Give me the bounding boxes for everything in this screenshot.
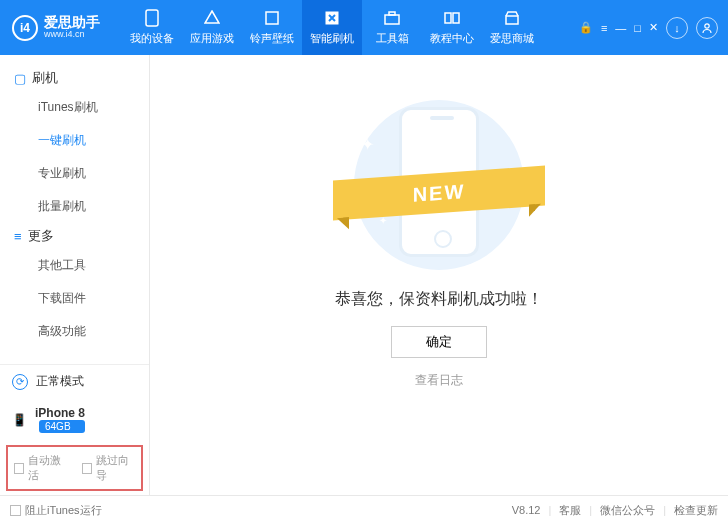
sidebar: ▢刷机 iTunes刷机 一键刷机 专业刷机 批量刷机 ≡更多 其他工具 下载固…: [0, 55, 150, 495]
auto-activate-checkbox[interactable]: 自动激活: [14, 453, 68, 483]
nav-apps[interactable]: 应用游戏: [182, 0, 242, 55]
logo-icon: i4: [12, 15, 38, 41]
brand-name: 爱思助手: [44, 15, 100, 30]
storage-badge: 64GB: [39, 420, 85, 433]
refresh-icon: ⟳: [12, 374, 28, 390]
sidebar-item-advanced[interactable]: 高级功能: [4, 315, 149, 348]
download-icon[interactable]: ↓: [666, 17, 688, 39]
sidebar-group-flash: ▢刷机: [0, 65, 149, 91]
music-icon: [263, 9, 281, 27]
sidebar-item-pro-flash[interactable]: 专业刷机: [4, 157, 149, 190]
lock-icon[interactable]: 🔒: [579, 21, 593, 34]
block-itunes-checkbox[interactable]: 阻止iTunes运行: [10, 503, 102, 518]
svg-rect-3: [385, 15, 399, 24]
version-label: V8.12: [512, 504, 541, 516]
svg-rect-4: [389, 12, 395, 15]
main-panel: ✦ ✦ ✦ NEW 恭喜您，保资料刷机成功啦！ 确定 查看日志: [150, 55, 728, 495]
maximize-button[interactable]: □: [634, 22, 641, 34]
book-icon: [443, 9, 461, 27]
user-icon[interactable]: [696, 17, 718, 39]
check-update-link[interactable]: 检查更新: [674, 503, 718, 518]
more-icon: ≡: [14, 229, 22, 244]
sparkle-icon: ✦: [509, 129, 519, 143]
svg-rect-0: [146, 10, 158, 26]
flash-icon: [323, 9, 341, 27]
nav-store[interactable]: 爱思商城: [482, 0, 542, 55]
sidebar-item-other-tools[interactable]: 其他工具: [4, 249, 149, 282]
apps-icon: [203, 9, 221, 27]
status-bar: 阻止iTunes运行 V8.12| 客服| 微信公众号| 检查更新: [0, 495, 728, 524]
device-icon: ▢: [14, 71, 26, 86]
sidebar-group-more: ≡更多: [0, 223, 149, 249]
top-nav: 我的设备 应用游戏 铃声壁纸 智能刷机 工具箱 教程中心 爱思商城: [122, 0, 542, 55]
toolbox-icon: [383, 9, 401, 27]
minimize-button[interactable]: —: [615, 22, 626, 34]
nav-ringtones[interactable]: 铃声壁纸: [242, 0, 302, 55]
nav-tutorials[interactable]: 教程中心: [422, 0, 482, 55]
success-illustration: ✦ ✦ ✦ NEW: [339, 95, 539, 275]
nav-flash[interactable]: 智能刷机: [302, 0, 362, 55]
device-mode[interactable]: ⟳ 正常模式: [0, 365, 149, 398]
wechat-link[interactable]: 微信公众号: [600, 503, 655, 518]
svg-rect-5: [506, 16, 518, 24]
sidebar-item-batch-flash[interactable]: 批量刷机: [4, 190, 149, 223]
store-icon: [503, 9, 521, 27]
nav-toolbox[interactable]: 工具箱: [362, 0, 422, 55]
brand-url: www.i4.cn: [44, 30, 100, 40]
ok-button[interactable]: 确定: [391, 326, 487, 358]
view-log-link[interactable]: 查看日志: [415, 372, 463, 389]
svg-rect-1: [266, 12, 278, 24]
sidebar-item-oneclick-flash[interactable]: 一键刷机: [4, 124, 149, 157]
phone-icon: [143, 9, 161, 27]
svg-point-6: [705, 23, 709, 27]
skip-setup-checkbox[interactable]: 跳过向导: [82, 453, 136, 483]
sparkle-icon: ✦: [361, 135, 374, 154]
app-logo: i4 爱思助手 www.i4.cn: [0, 15, 112, 41]
sidebar-item-itunes-flash[interactable]: iTunes刷机: [4, 91, 149, 124]
phone-small-icon: 📱: [12, 413, 27, 427]
close-button[interactable]: ✕: [649, 21, 658, 34]
flash-options: 自动激活 跳过向导: [6, 445, 143, 491]
title-bar: i4 爱思助手 www.i4.cn 我的设备 应用游戏 铃声壁纸 智能刷机 工具…: [0, 0, 728, 55]
connected-device[interactable]: 📱 iPhone 8 64GB: [0, 398, 149, 441]
menu-icon[interactable]: ≡: [601, 22, 607, 34]
support-link[interactable]: 客服: [559, 503, 581, 518]
sidebar-item-download-firmware[interactable]: 下载固件: [4, 282, 149, 315]
success-message: 恭喜您，保资料刷机成功啦！: [335, 289, 543, 310]
nav-my-device[interactable]: 我的设备: [122, 0, 182, 55]
window-controls: 🔒 ≡ — □ ✕ ↓: [579, 17, 728, 39]
